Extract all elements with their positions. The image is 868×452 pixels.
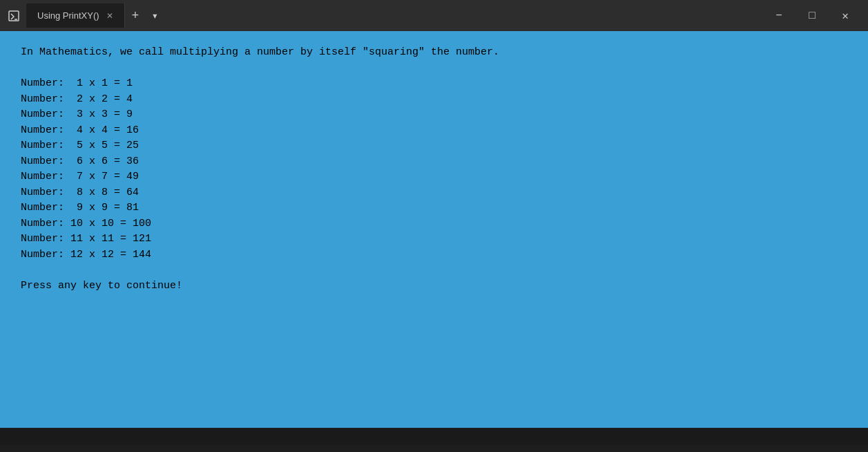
tab-title: Using PrintXY() [37,10,99,21]
tab-close-button[interactable]: ✕ [106,11,113,21]
bottom-bar [0,428,868,445]
number-row: Number: 1 x 1 = 1 [21,76,847,92]
number-row: Number: 8 x 8 = 64 [21,185,847,201]
number-row: Number: 7 x 7 = 49 [21,169,847,185]
title-bar: Using PrintXY() ✕ + ▾ − □ ✕ [0,0,868,31]
app-icon [7,9,21,23]
minimize-button[interactable]: − [763,3,795,28]
number-row: Number: 6 x 6 = 36 [21,154,847,170]
footer-line: Press any key to continue! [21,279,847,294]
maximize-button[interactable]: □ [796,3,828,28]
number-row: Number: 12 x 12 = 144 [21,247,847,263]
number-row: Number: 10 x 10 = 100 [21,216,847,232]
active-tab[interactable]: Using PrintXY() ✕ [26,3,125,28]
number-row: Number: 2 x 2 = 4 [21,92,847,108]
number-row: Number: 11 x 11 = 121 [21,232,847,247]
window-controls: − □ ✕ [763,3,861,28]
close-button[interactable]: ✕ [829,3,861,28]
number-row: Number: 9 x 9 = 81 [21,200,847,216]
number-row: Number: 5 x 5 = 25 [21,138,847,154]
number-row: Number: 4 x 4 = 16 [21,123,847,139]
number-row: Number: 3 x 3 = 9 [21,107,847,123]
tab-dropdown-button[interactable]: ▾ [146,3,164,28]
new-tab-button[interactable]: + [125,3,146,28]
intro-line: In Mathematics, we call multiplying a nu… [21,45,847,61]
numbers-list: Number: 1 x 1 = 1Number: 2 x 2 = 4Number… [21,76,847,263]
terminal-output: In Mathematics, we call multiplying a nu… [0,31,868,428]
